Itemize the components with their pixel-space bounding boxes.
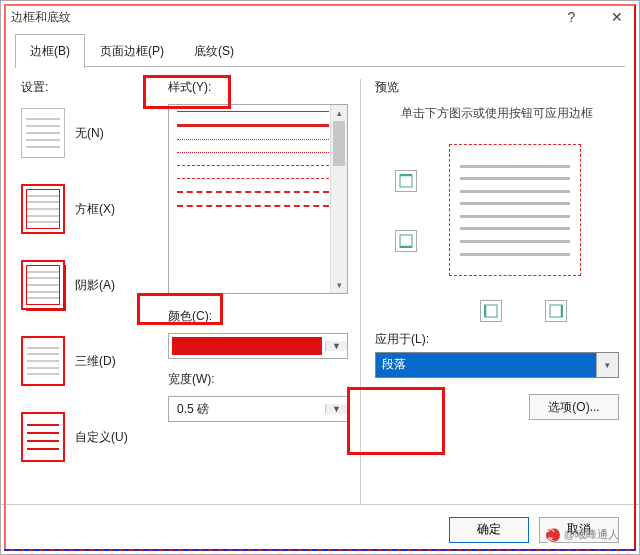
tab-borders[interactable]: 边框(B)	[15, 34, 85, 68]
options-button[interactable]: 选项(O)...	[529, 394, 619, 420]
svg-rect-0	[400, 175, 412, 187]
preview-column: 预览 单击下方图示或使用按钮可应用边框	[360, 79, 619, 504]
width-label: 宽度(W):	[168, 371, 348, 388]
width-combo[interactable]: 0.5 磅 ▼	[168, 396, 348, 422]
setting-3d[interactable]: 三维(D)	[21, 336, 156, 386]
watermark: 头条 @曦峰通人	[546, 527, 619, 542]
apply-to-row: 应用于(L): 段落 ▾	[375, 331, 619, 378]
style-listbox[interactable]: ▴ ▾	[168, 104, 348, 294]
scroll-up-icon[interactable]: ▴	[331, 105, 347, 121]
dialog-body: 设置: 无(N) 方框(X) 阴影(A)	[1, 67, 639, 504]
preview-message: 单击下方图示或使用按钮可应用边框	[375, 104, 619, 123]
apply-to-combo[interactable]: 段落 ▾	[375, 352, 619, 378]
svg-rect-4	[485, 305, 497, 317]
preview-label: 预览	[375, 79, 619, 96]
svg-rect-2	[400, 235, 412, 247]
edge-bottom-button[interactable]	[395, 230, 417, 252]
width-value: 0.5 磅	[169, 401, 325, 418]
watermark-icon: 头条	[546, 528, 560, 542]
apply-to-label: 应用于(L):	[375, 331, 619, 348]
scroll-down-icon[interactable]: ▾	[331, 277, 347, 293]
color-swatch	[172, 337, 322, 355]
style-column: 样式(Y): ▴ ▾ 颜色(C): ▼	[168, 79, 348, 504]
thumb-3d-icon	[21, 336, 65, 386]
borders-shading-dialog: 边框和底纹 ? ✕ 边框(B) 页面边框(P) 底纹(S) 设置: 无(N) 方…	[0, 0, 640, 555]
style-scrollbar[interactable]: ▴ ▾	[330, 105, 347, 293]
preview-area	[375, 135, 619, 325]
preview-page[interactable]	[450, 145, 580, 275]
edge-top-button[interactable]	[395, 170, 417, 192]
edge-right-button[interactable]	[545, 300, 567, 322]
dropdown-icon[interactable]: ▼	[325, 341, 347, 351]
color-label: 颜色(C):	[168, 308, 348, 325]
svg-rect-6	[550, 305, 562, 317]
edge-left-button[interactable]	[480, 300, 502, 322]
dropdown-icon[interactable]: ▼	[325, 404, 347, 414]
apply-to-value: 段落	[376, 353, 596, 377]
scroll-thumb[interactable]	[333, 121, 345, 166]
watermark-text: @曦峰通人	[564, 527, 619, 542]
settings-column: 设置: 无(N) 方框(X) 阴影(A)	[21, 79, 156, 504]
color-combo[interactable]: ▼	[168, 333, 348, 359]
style-label: 样式(Y):	[168, 79, 348, 96]
dropdown-icon[interactable]: ▾	[596, 353, 618, 377]
